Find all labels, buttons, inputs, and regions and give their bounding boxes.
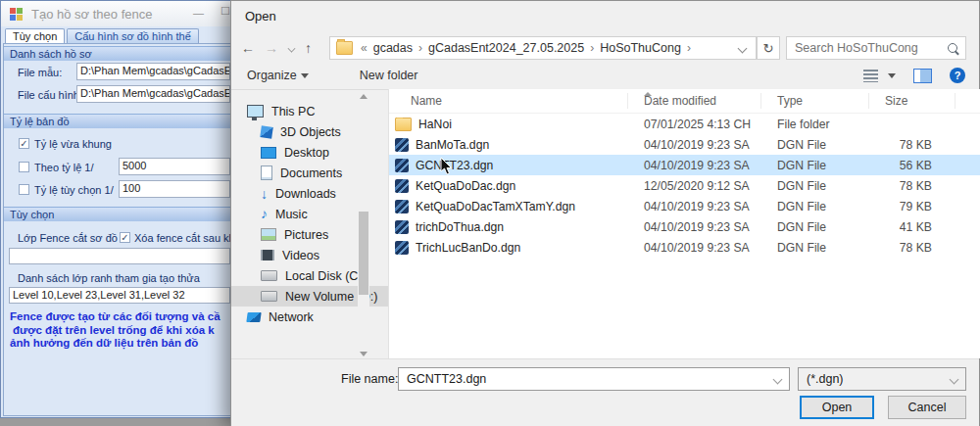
- file-date: 04/10/2019 9:23 SA: [628, 220, 761, 234]
- delete-fence-checkbox[interactable]: ✓: [120, 232, 130, 243]
- up-icon[interactable]: ↑: [305, 40, 312, 56]
- file-size: 78 KB: [869, 138, 956, 152]
- file-date: 12/05/2020 9:12 SA: [628, 179, 761, 193]
- file-size: 41 KB: [869, 220, 956, 234]
- file-name-label: File name:: [341, 372, 398, 386]
- by-ratio-input[interactable]: 5000: [119, 158, 230, 175]
- preview-pane-icon[interactable]: [913, 69, 932, 83]
- file-row[interactable]: trichDoThua.dgn04/10/2019 9:23 SADGN Fil…: [389, 216, 980, 237]
- fit-frame-checkbox[interactable]: ✓: [19, 138, 29, 149]
- change-view-icon[interactable]: [863, 70, 878, 82]
- file-date: 04/10/2019 9:23 SA: [628, 138, 761, 152]
- nav-scrollbar-thumb[interactable]: [359, 212, 368, 295]
- file-date: 04/10/2019 9:23 SA: [628, 200, 761, 213]
- file-type: DGN File: [761, 200, 869, 213]
- app-icon: [10, 8, 23, 21]
- section-options-header: Tùy chọn: [4, 207, 232, 221]
- file-size: 56 KB: [869, 159, 956, 172]
- dgn-icon: [395, 220, 409, 234]
- refresh-button[interactable]: ↻: [757, 36, 780, 60]
- sidebar-item-label: Pictures: [284, 228, 328, 242]
- new-folder-button[interactable]: New folder: [354, 69, 424, 82]
- sidebar-item-label: Downloads: [275, 187, 336, 201]
- file-type: DGN File: [761, 220, 869, 234]
- column-header-name[interactable]: Name: [395, 93, 628, 109]
- scroll-down-icon[interactable]: [360, 352, 368, 356]
- breadcrumb-separator-icon[interactable]: ›: [685, 41, 693, 55]
- file-date: 07/01/2025 4:13 CH: [628, 118, 761, 131]
- file-name: trichDoThua.dgn: [416, 220, 504, 234]
- scroll-up-icon[interactable]: [360, 94, 368, 99]
- file-list: NameDate modifiedTypeSize HaNoi07/01/202…: [389, 89, 980, 358]
- dgn-icon: [395, 159, 409, 172]
- breadcrumb-segment[interactable]: gcadas: [369, 41, 416, 55]
- file-type-filter[interactable]: (*.dgn): [798, 367, 966, 391]
- breadcrumb-segment[interactable]: HoSoThuCong: [596, 41, 685, 55]
- organize-button[interactable]: Organize: [241, 69, 315, 82]
- filter-chevron-icon: [950, 374, 959, 384]
- back-icon[interactable]: ←: [241, 40, 255, 56]
- breadcrumb-overflow[interactable]: «: [359, 41, 369, 55]
- open-file-dialog: Open ← → ↑ « gcadas›gCadasEnt2024_27.05.…: [230, 0, 980, 426]
- file-row[interactable]: HaNoi07/01/2025 4:13 CHFile folder: [389, 114, 980, 134]
- custom-ratio-checkbox[interactable]: [19, 184, 29, 195]
- sidebar-item-label: Music: [275, 208, 308, 221]
- file-row[interactable]: GCNTT23.dgn04/10/2019 9:23 SADGN File56 …: [389, 155, 980, 175]
- file-name-input[interactable]: GCNTT23.dgn: [398, 367, 790, 391]
- address-bar[interactable]: « gcadas›gCadasEnt2024_27.05.2025›HoSoTh…: [329, 36, 757, 60]
- address-dropdown-chevron-icon[interactable]: [738, 43, 748, 53]
- config-file-input[interactable]: D:\Phan Mem\gcadas\gCadasEnt20: [76, 85, 230, 103]
- by-ratio-checkbox[interactable]: [19, 162, 29, 172]
- template-file-input[interactable]: D:\Phan Mem\gcadas\gCadasEnt20: [76, 63, 230, 80]
- file-type: DGN File: [761, 138, 869, 152]
- download-icon: ↓: [261, 188, 268, 200]
- file-row[interactable]: TrichLucBanDo.dgn04/10/2019 9:23 SADGN F…: [389, 237, 980, 258]
- file-row[interactable]: KetQuaDoDacTamXTamY.dgn04/10/2019 9:23 S…: [389, 196, 980, 216]
- view-caret-icon[interactable]: [888, 73, 896, 78]
- fence-layer-input[interactable]: [9, 248, 230, 264]
- dgn-icon: [395, 241, 409, 255]
- column-header-type[interactable]: Type: [761, 93, 869, 109]
- help-icon[interactable]: ?: [950, 68, 965, 83]
- file-name-chevron-icon: [773, 374, 783, 384]
- file-row[interactable]: KetQuaDoDac.dgn12/05/2020 9:12 SADGN Fil…: [389, 175, 980, 196]
- tab-options[interactable]: Tùy chọn: [5, 28, 65, 44]
- video-icon: [261, 250, 274, 260]
- cancel-button[interactable]: Cancel: [888, 396, 966, 419]
- by-ratio-label: Theo tỷ lệ 1/: [34, 162, 94, 173]
- desktop-icon: [261, 147, 276, 159]
- sidebar-item-label: Network: [269, 310, 314, 324]
- tab-shape-config[interactable]: Cấu hình sơ đồ hình thế: [67, 28, 199, 44]
- fit-frame-label: Tỷ lệ vừa khung: [34, 138, 112, 150]
- file-name: BanMoTa.dgn: [416, 138, 489, 152]
- file-size: 78 KB: [869, 241, 956, 255]
- tab-strip: Tùy chọn Cấu hình sơ đồ hình thế: [5, 28, 199, 44]
- file-row[interactable]: BanMoTa.dgn04/10/2019 9:23 SADGN File78 …: [389, 134, 980, 155]
- dgn-icon: [395, 138, 409, 152]
- mouse-cursor: [439, 157, 454, 176]
- nav-scrollbar[interactable]: [358, 91, 369, 356]
- open-button[interactable]: Open: [800, 396, 874, 419]
- dgn-icon: [395, 179, 409, 193]
- section-scale-header: Tỷ lệ bản đồ: [4, 114, 232, 128]
- maximize-icon[interactable]: ☐: [220, 6, 230, 17]
- breadcrumb-separator-icon[interactable]: ›: [416, 41, 424, 55]
- boundary-layers-input[interactable]: Level 10,Level 23,Level 31,Level 32: [9, 287, 230, 304]
- forward-icon[interactable]: →: [265, 40, 278, 56]
- minimize-icon[interactable]: —: [193, 8, 204, 19]
- file-name: GCNTT23.dgn: [416, 159, 493, 172]
- recent-locations-chevron-icon[interactable]: [288, 44, 296, 52]
- breadcrumb-separator-icon[interactable]: ›: [588, 41, 596, 55]
- column-header-size[interactable]: Size: [869, 93, 956, 109]
- boundary-layers-label: Danh sách lớp ranh tham gia tạo thửa: [18, 272, 200, 284]
- folder-icon: [395, 118, 412, 131]
- music-icon: ♪: [261, 208, 268, 220]
- window-titlebar[interactable]: Tạo hồ sơ theo fence — ☐: [1, 1, 235, 26]
- breadcrumb-segment[interactable]: gCadasEnt2024_27.05.2025: [424, 41, 588, 55]
- file-date: 04/10/2019 9:23 SA: [628, 159, 761, 172]
- search-box[interactable]: Search HoSoThuCong: [786, 36, 966, 60]
- custom-ratio-input[interactable]: 100: [119, 180, 230, 198]
- file-name: HaNoi: [418, 118, 452, 131]
- sidebar-item-label: Videos: [282, 249, 319, 262]
- breadcrumb: gcadas›gCadasEnt2024_27.05.2025›HoSoThuC…: [369, 41, 693, 55]
